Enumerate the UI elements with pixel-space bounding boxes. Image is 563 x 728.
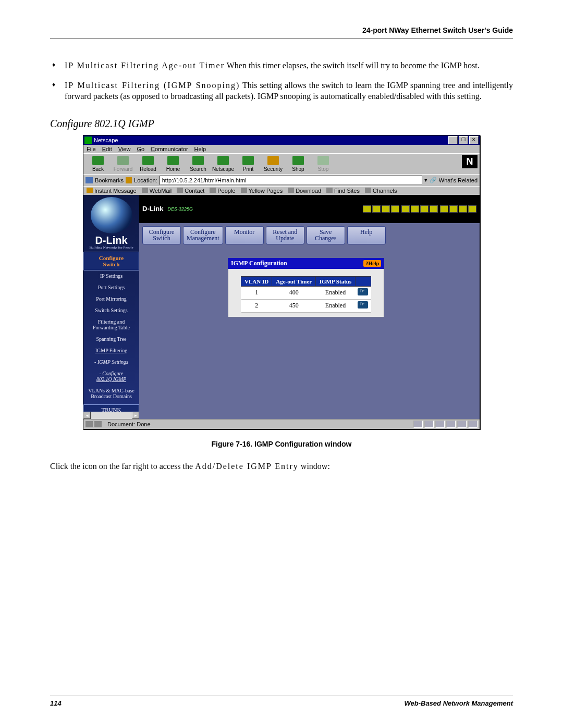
tray-icon: [468, 421, 478, 428]
panel-title: IGMP Configuration: [231, 260, 287, 267]
sidebar-item-configure[interactable]: Configure 802.1Q IGMP: [83, 368, 139, 385]
sidebar: D-Link Building Networks for People Conf…: [83, 195, 139, 419]
sidebar-item-filtering-and[interactable]: Filtering and Forwarding Table: [83, 316, 139, 334]
scroll-track[interactable]: [91, 412, 132, 419]
cell-age: 450: [272, 299, 316, 312]
tool-label: Netscape: [211, 166, 236, 172]
shop-button[interactable]: Shop: [286, 155, 311, 174]
main-panel: D-Link DES-3225G Configure SwitchConfigu…: [139, 195, 480, 419]
security-button[interactable]: Security: [261, 155, 286, 174]
bullet-term: IP Multicast Filtering Age-out Timer: [65, 61, 225, 70]
sidebar-item-port-settings[interactable]: Port Settings: [83, 282, 139, 293]
tray-icon: [413, 421, 423, 428]
quicklink-download[interactable]: Download: [288, 188, 321, 194]
tool-label: Stop: [311, 166, 336, 172]
nav-monitor-button[interactable]: Monitor: [225, 226, 264, 244]
sidebar-item-igmp-settings[interactable]: IGMP Settings: [83, 356, 139, 368]
bullet-term: IP Multicast Filtering (IGMP Snooping): [65, 81, 240, 90]
back-button[interactable]: Back: [85, 155, 111, 174]
edit-entry-icon[interactable]: [358, 301, 368, 309]
quicklink-yellow-pages[interactable]: Yellow Pages: [241, 188, 283, 194]
maximize-button[interactable]: ❐: [459, 136, 468, 144]
menu-go[interactable]: Go: [137, 146, 144, 152]
column-header: [355, 276, 371, 286]
reload-button[interactable]: Reload: [136, 155, 161, 174]
page-number: 114: [50, 699, 62, 707]
sidebar-item-vlans-mac-base[interactable]: VLANs & MAC-base Broadcast Domains: [83, 385, 139, 402]
location-label: Location:: [134, 177, 157, 183]
quicklink-find-sites[interactable]: Find Sites: [326, 188, 360, 194]
tray-icon: [446, 421, 456, 428]
port-group-2: [401, 205, 438, 213]
tool-label: Search: [186, 166, 211, 172]
edit-entry-icon[interactable]: [358, 288, 368, 295]
column-header: Age-out Timer: [272, 276, 316, 286]
sidebar-head-configure-switch[interactable]: Configure Switch: [83, 252, 139, 270]
menu-view[interactable]: View: [118, 146, 131, 152]
dropdown-icon[interactable]: ▾: [424, 177, 427, 183]
menu-help[interactable]: Help: [194, 146, 206, 152]
home-button[interactable]: Home: [161, 155, 186, 174]
panel-body: VLAN IDAge-out TimerIGMP Status 1400Enab…: [228, 269, 384, 317]
security-icon: [267, 156, 279, 165]
toolbar: BackForwardReloadHomeSearchNetscapePrint…: [83, 153, 480, 174]
menu-file[interactable]: File: [87, 146, 96, 152]
nav-save-button[interactable]: Save Changes: [307, 226, 345, 244]
cell-edit: [355, 286, 371, 299]
quicklink-icon: [288, 188, 294, 193]
netscape-button[interactable]: Netscape: [211, 155, 236, 174]
nav-reset-and-button[interactable]: Reset and Update: [266, 226, 304, 244]
cell-edit: [355, 299, 371, 312]
section-title: Configure 802.1Q IGMP: [50, 118, 513, 130]
search-button[interactable]: Search: [186, 155, 211, 174]
column-header: VLAN ID: [241, 276, 272, 286]
cell-age: 400: [272, 286, 316, 299]
port-group-3: [440, 205, 476, 213]
menu-edit[interactable]: Edit: [102, 146, 112, 152]
close-button[interactable]: ✕: [469, 136, 479, 144]
print-button[interactable]: Print: [236, 155, 261, 174]
nav-configure-button[interactable]: Configure Switch: [142, 226, 181, 244]
search-icon: [192, 156, 204, 165]
sidebar-hscroll[interactable]: ◂ ▸: [83, 412, 139, 419]
panel-help-button[interactable]: ?Help: [363, 260, 381, 267]
footer-section: Web-Based Network Management: [404, 699, 513, 707]
bullet-item: IP Multicast Filtering (IGMP Snooping) T…: [65, 80, 513, 102]
home-icon: [167, 156, 179, 165]
nav-help-button[interactable]: Help: [347, 226, 386, 244]
window-titlebar: Netscape _ ❐ ✕: [83, 135, 480, 145]
netscape-throbber-icon: N: [462, 155, 478, 168]
body-pre: Click the icon on the far right to acces…: [50, 462, 195, 471]
quicklink-icon: [142, 188, 148, 193]
scroll-right-button[interactable]: ▸: [132, 412, 139, 419]
quicklink-people[interactable]: People: [210, 188, 235, 194]
sidebar-item-switch-settings[interactable]: Switch Settings: [83, 305, 139, 316]
quicklink-icon: [87, 188, 93, 193]
scroll-left-button[interactable]: ◂: [83, 412, 91, 419]
sidebar-item-port-mirroring[interactable]: Port Mirroring: [83, 293, 139, 305]
minimize-button[interactable]: _: [448, 136, 458, 144]
igmp-panel: IGMP Configuration ?Help VLAN IDAge-out …: [228, 258, 384, 317]
menu-communicator[interactable]: Communicator: [151, 146, 188, 152]
location-bar: Bookmarks Location: http://10.5.2.241/ht…: [83, 174, 480, 186]
window-title: Netscape: [94, 137, 118, 143]
quicklink-webmail[interactable]: WebMail: [142, 188, 172, 194]
nav-configure-button[interactable]: Configure Management: [183, 226, 223, 244]
tray-icon: [435, 421, 445, 428]
quicklink-channels[interactable]: Channels: [365, 188, 397, 194]
bookmarks-label[interactable]: Bookmarks: [95, 177, 124, 183]
quicklink-contact[interactable]: Contact: [177, 188, 204, 194]
sidebar-item-spanning-tree[interactable]: Spanning Tree: [83, 334, 139, 345]
quicklink-instant-message[interactable]: Instant Message: [87, 188, 137, 194]
sidebar-item-ip-settings[interactable]: IP Settings: [83, 270, 139, 282]
sidebar-item-igmp-filtering[interactable]: IGMP Filtering: [83, 345, 139, 356]
location-input[interactable]: http://10.5.2.241/html/Hmain.html: [160, 176, 422, 185]
whats-related-label[interactable]: What's Related: [439, 177, 478, 183]
tool-label: Back: [85, 166, 111, 172]
dlink-logo: D-Link: [83, 235, 139, 246]
shop-icon: [292, 156, 304, 165]
bookmarks-icon[interactable]: [85, 177, 93, 183]
panel-help-label: Help: [368, 261, 379, 266]
tool-label: Forward: [111, 166, 136, 172]
whats-related-icon[interactable]: 🔗: [430, 177, 437, 183]
